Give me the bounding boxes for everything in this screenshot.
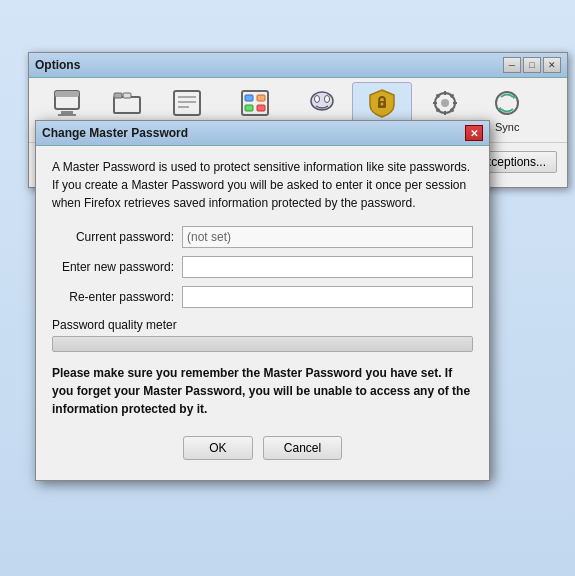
- advanced-icon: [429, 87, 461, 119]
- dialog-body: A Master Password is used to protect sen…: [36, 146, 489, 480]
- tabs-icon: [111, 87, 143, 119]
- svg-rect-1: [55, 91, 79, 97]
- reenter-password-input[interactable]: [182, 286, 473, 308]
- current-password-label: Current password:: [52, 230, 182, 244]
- svg-point-22: [441, 99, 449, 107]
- maximize-button[interactable]: □: [523, 57, 541, 73]
- ok-button[interactable]: OK: [183, 436, 253, 460]
- cancel-button[interactable]: Cancel: [263, 436, 342, 460]
- svg-rect-14: [245, 105, 253, 111]
- privacy-icon: [306, 87, 338, 119]
- svg-rect-3: [58, 114, 76, 116]
- toolbar-sync-label: Sync: [495, 121, 519, 133]
- warning-text: Please make sure you remember the Master…: [52, 364, 473, 418]
- close-window-button[interactable]: ✕: [543, 57, 561, 73]
- dialog-titlebar: Change Master Password ✕: [36, 121, 489, 146]
- svg-rect-13: [257, 95, 265, 101]
- options-window-title: Options: [35, 58, 80, 72]
- change-master-password-dialog: Change Master Password ✕ A Master Passwo…: [35, 120, 490, 481]
- svg-rect-12: [245, 95, 253, 101]
- svg-point-20: [381, 103, 384, 106]
- content-icon: [171, 87, 203, 119]
- svg-rect-6: [123, 93, 131, 98]
- dialog-title: Change Master Password: [42, 126, 188, 140]
- options-titlebar: Options ─ □ ✕: [29, 53, 567, 78]
- security-icon: [366, 87, 398, 119]
- titlebar-controls: ─ □ ✕: [503, 57, 561, 73]
- quality-section: Password quality meter: [52, 318, 473, 352]
- new-password-input[interactable]: [182, 256, 473, 278]
- current-password-row: Current password:: [52, 226, 473, 248]
- sync-icon: [491, 87, 523, 119]
- reenter-password-row: Re-enter password:: [52, 286, 473, 308]
- new-password-row: Enter new password:: [52, 256, 473, 278]
- quality-bar-background: [52, 336, 473, 352]
- svg-point-17: [315, 96, 320, 103]
- svg-point-18: [325, 96, 330, 103]
- svg-rect-2: [61, 111, 73, 114]
- applications-icon: [239, 87, 271, 119]
- dialog-close-button[interactable]: ✕: [465, 125, 483, 141]
- svg-rect-15: [257, 105, 265, 111]
- reenter-password-label: Re-enter password:: [52, 290, 182, 304]
- current-password-input[interactable]: [182, 226, 473, 248]
- minimize-button[interactable]: ─: [503, 57, 521, 73]
- dialog-description: A Master Password is used to protect sen…: [52, 158, 473, 212]
- general-icon: [51, 87, 83, 119]
- svg-rect-4: [114, 97, 140, 113]
- svg-rect-5: [114, 93, 122, 98]
- new-password-label: Enter new password:: [52, 260, 182, 274]
- quality-label: Password quality meter: [52, 318, 473, 332]
- dialog-buttons: OK Cancel: [52, 432, 473, 468]
